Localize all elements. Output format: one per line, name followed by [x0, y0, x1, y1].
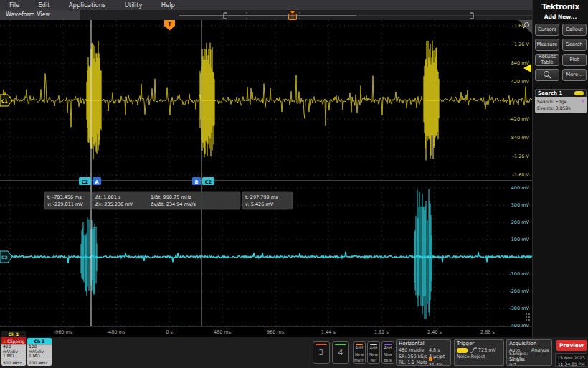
- svg-text:t: 297.799 ms: t: 297.799 ms: [245, 194, 278, 200]
- warning-icon: ⚠: [3, 339, 6, 344]
- search-panel-title: Search 1: [535, 89, 587, 97]
- zoom-overlay-button[interactable]: [535, 69, 559, 81]
- ch2-axis-label: -400 mV: [509, 323, 529, 329]
- ch2-axis-label: -100 mV: [509, 271, 529, 277]
- horizontal-row: RL: 1.2 Mpts31.4%: [399, 359, 448, 366]
- clipping-text: Clipping: [7, 339, 24, 344]
- graticule: [0, 20, 532, 326]
- menu-item-file[interactable]: File: [0, 1, 29, 9]
- trigger-level-value: 725 mV: [478, 347, 496, 353]
- ch2-badge-row: 100 mV/div: [27, 344, 52, 352]
- acquisition-title: Acquisition: [509, 341, 549, 346]
- preview-button[interactable]: Preview: [556, 340, 587, 351]
- ch2-axis-label: -300 mV: [509, 306, 529, 311]
- trigger-panel[interactable]: Trigger 725 mV Noise Reject: [454, 339, 504, 366]
- sidebar-button-callout[interactable]: Callout: [562, 24, 587, 36]
- horizontal-cell: 31.4%: [429, 357, 448, 366]
- add-new-label: Add New...: [533, 14, 588, 20]
- ch2-axis-label: 300 mV: [511, 202, 530, 208]
- menu-bar: FileEditApplicationsUtilityHelp: [0, 0, 532, 10]
- cursor-a-readout: t: -703.456 msv: -229.811 mV: [44, 192, 90, 209]
- svg-text:t: -703.456 ms: t: -703.456 ms: [47, 194, 82, 200]
- add-new-math-button[interactable]: AddNewMath: [353, 341, 366, 364]
- acquisition-row: Single: 0/1: [509, 359, 549, 366]
- search-panel-title-text: Search 1: [538, 90, 562, 96]
- add-button-stripe: [384, 344, 392, 345]
- svg-text:Δv: 235.236 mV: Δv: 235.236 mV: [95, 202, 133, 207]
- trigger-title: Trigger: [457, 341, 501, 346]
- ch1-axis-label: -1.68 V: [513, 172, 530, 178]
- time-axis-label: 480 ms: [214, 329, 232, 335]
- sidebar-button-search[interactable]: Search: [562, 39, 587, 51]
- cursor-b-source-badge[interactable]: C2: [202, 177, 214, 185]
- acquisition-panel[interactable]: Acquisition Auto,AnalyzeSample: 12 bitsS…: [506, 339, 552, 366]
- tektronix-logo: Tektronix: [533, 2, 588, 11]
- channel-stripe: [316, 344, 327, 345]
- menu-item-applications[interactable]: Applications: [60, 1, 115, 9]
- channel-button-3[interactable]: 3: [313, 341, 330, 364]
- sidebar-button-results-table[interactable]: Results Table: [535, 54, 559, 66]
- horizontal-row: 480 ms/div4.8 s: [399, 347, 448, 354]
- add-button-stripe: [370, 344, 377, 345]
- channel-badge-ch1[interactable]: Ch 1⚠Clipping420 mV/div1 MΩ500 MHz: [1, 331, 26, 366]
- acquisition-cell: Single: 0/1: [509, 357, 534, 366]
- time-axis-label: 960 ms: [267, 329, 285, 335]
- horizontal-title: Horizontal: [399, 341, 448, 346]
- svg-text:Δv/Δt: 234.94 mV/s: Δv/Δt: 234.94 mV/s: [151, 202, 196, 207]
- resize-handle-dots[interactable]: [526, 313, 530, 321]
- collapse-triangle-icon[interactable]: ▼: [581, 98, 584, 104]
- horizontal-cell: SR: 250 kS/s: [399, 354, 429, 359]
- ch1-badge-row: 420 mV/div: [1, 344, 26, 352]
- svg-text:C2: C2: [82, 179, 88, 185]
- datetime-display: 13 Nov 2023 11:34:05 PM: [555, 353, 587, 367]
- ch2-axis-label: 200 mV: [511, 220, 530, 225]
- ch1-badge-row: 500 MHz: [1, 359, 26, 366]
- time-axis-label: 0 s: [166, 329, 173, 335]
- search-results-panel[interactable]: Search 1 Search: Edge Events: 3.859k ▼: [535, 89, 587, 113]
- cursor-b-readout: t: 297.799 msv: 5.426 mV: [242, 192, 293, 209]
- cursor-a-badge[interactable]: A: [93, 177, 101, 185]
- horizontal-panel[interactable]: Horizontal 480 ms/div4.8 sSR: 250 kS/s4 …: [396, 339, 451, 366]
- rising-edge-icon: [470, 347, 477, 353]
- settings-bar: Ch 1⚠Clipping420 mV/div1 MΩ500 MHz Ch 21…: [0, 337, 588, 368]
- tab-waveform-view[interactable]: Waveform View: [0, 10, 80, 20]
- trigger-position-marker[interactable]: T: [164, 20, 175, 31]
- cursor-a-source-badge[interactable]: C2: [79, 177, 91, 185]
- menu-item-edit[interactable]: Edit: [29, 1, 59, 9]
- trigger-ruler-icon[interactable]: [289, 14, 297, 20]
- search-type-text: Search: Edge: [537, 98, 584, 105]
- ch1-axis-label: -840 mV: [509, 135, 529, 141]
- oscilloscope-screen: FileEditApplicationsUtilityHelp Waveform…: [0, 0, 588, 368]
- ch1-ground-marker[interactable]: C1: [0, 95, 12, 106]
- time-axis-label: -480 ms: [107, 329, 126, 335]
- menu-item-help[interactable]: Help: [152, 1, 184, 9]
- waveform-display[interactable]: 1.68 V1.26 V840 mV420 mV-420 mV-840 mV-1…: [0, 20, 532, 337]
- menu-item-utility[interactable]: Utility: [115, 1, 152, 9]
- add-new-bus-button[interactable]: AddNewBus: [381, 341, 394, 364]
- sidebar-button-measure[interactable]: Measure: [535, 39, 559, 51]
- ch1-axis-label: 420 mV: [511, 79, 530, 85]
- buffer-indicator-icon: [429, 357, 432, 361]
- channel-badge-ch2[interactable]: Ch 2100 mV/div1 MΩ200 MHz: [27, 338, 52, 366]
- channel-number: 4: [333, 348, 348, 357]
- add-button-stripe: [356, 344, 363, 345]
- sidebar-button-plot[interactable]: Plot: [562, 54, 587, 66]
- svg-text:v: -229.811 mV: v: -229.811 mV: [47, 202, 83, 207]
- time-axis-label: 1.44 s: [321, 329, 336, 335]
- ch2-axis-label: 100 mV: [511, 237, 530, 242]
- ch1-axis-label: 1.26 V: [514, 42, 530, 47]
- cursor-b-badge[interactable]: B: [192, 177, 201, 185]
- ch1-axis-label: -420 mV: [509, 116, 529, 122]
- ch1-axis-label: 840 mV: [511, 60, 530, 66]
- time-axis-label: 2.88 s: [480, 329, 495, 335]
- sidebar-button-more[interactable]: More...: [562, 69, 587, 81]
- time-axis-label: 1.92 s: [374, 329, 389, 335]
- add-new-ref-button[interactable]: AddNewRef: [367, 341, 380, 364]
- horizontal-cell: 4.8 s: [429, 347, 440, 353]
- sidebar-button-cursors[interactable]: Cursors: [535, 24, 559, 36]
- channel-button-4[interactable]: 4: [332, 341, 349, 364]
- tab-bar: Waveform View: [0, 10, 532, 20]
- time-axis-labels: -960 ms-480 ms0 s480 ms960 ms1.44 s1.92 …: [54, 329, 495, 335]
- svg-text:Δt: 1.001 s: Δt: 1.001 s: [95, 194, 121, 200]
- right-sidebar: Tektronix Add New... CursorsCalloutMeasu…: [532, 0, 588, 337]
